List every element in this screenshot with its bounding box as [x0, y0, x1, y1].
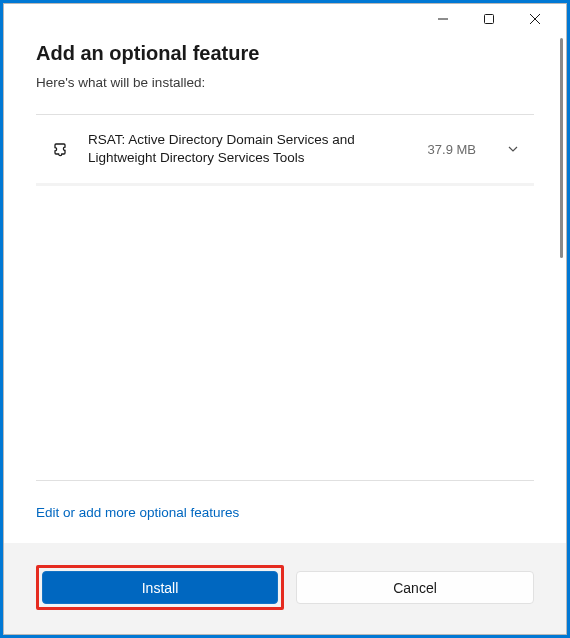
chevron-down-icon	[506, 142, 520, 156]
page-subtitle: Here's what will be installed:	[36, 75, 534, 90]
cancel-button[interactable]: Cancel	[296, 571, 534, 604]
maximize-icon	[484, 14, 494, 24]
install-button[interactable]: Install	[42, 571, 278, 604]
puzzle-icon	[50, 139, 70, 159]
maximize-button[interactable]	[466, 4, 512, 34]
svg-rect-1	[485, 15, 494, 24]
feature-name: RSAT: Active Directory Domain Services a…	[88, 131, 410, 167]
feature-item[interactable]: RSAT: Active Directory Domain Services a…	[36, 115, 534, 186]
close-icon	[530, 14, 540, 24]
dialog-footer: Install Cancel	[4, 543, 566, 634]
feature-size: 37.9 MB	[428, 142, 476, 157]
scrollbar-thumb[interactable]	[560, 38, 563, 258]
page-title: Add an optional feature	[36, 42, 534, 65]
feature-list: RSAT: Active Directory Domain Services a…	[36, 114, 534, 186]
titlebar	[4, 4, 566, 34]
install-highlight: Install	[36, 565, 284, 610]
close-button[interactable]	[512, 4, 558, 34]
spacer	[36, 186, 534, 480]
dialog-window: Add an optional feature Here's what will…	[3, 3, 567, 635]
scrollbar[interactable]	[560, 34, 564, 314]
dialog-content: Add an optional feature Here's what will…	[4, 34, 566, 543]
link-section: Edit or add more optional features	[36, 480, 534, 543]
minimize-icon	[438, 14, 448, 24]
edit-features-link[interactable]: Edit or add more optional features	[36, 505, 239, 520]
minimize-button[interactable]	[420, 4, 466, 34]
